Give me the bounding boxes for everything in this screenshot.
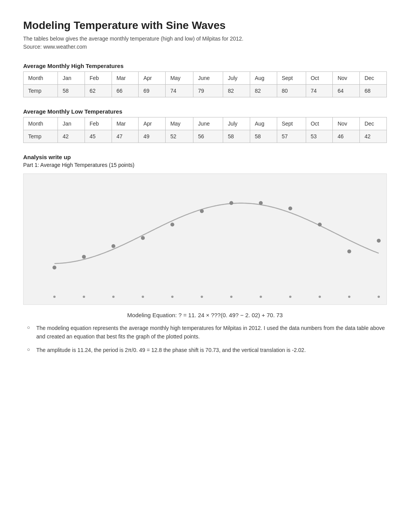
- table-header-cell: Mar: [112, 117, 139, 130]
- table-header-cell: Dec: [360, 117, 387, 130]
- table-header-cell: Sept: [277, 72, 306, 85]
- analysis-part-label: Part 1: Average High Temperatures (15 po…: [23, 162, 387, 168]
- chart-area: [23, 173, 387, 305]
- low-temps-title: Average Monthly Low Temperatures: [23, 108, 387, 115]
- analysis-title: Analysis write up: [23, 154, 387, 160]
- table-header-cell: Apr: [139, 72, 166, 85]
- x-axis-dot: [230, 296, 232, 298]
- table-cell: 58: [250, 130, 277, 143]
- table-header-cell: May: [166, 72, 193, 85]
- chart-data-point: [112, 244, 115, 248]
- x-axis-dot: [53, 296, 56, 298]
- table-header-cell: July: [223, 117, 250, 130]
- table-cell: 49: [139, 130, 166, 143]
- table-header-cell: Month: [24, 72, 58, 85]
- table-cell: 56: [193, 130, 223, 143]
- table-header-cell: Sept: [277, 117, 306, 130]
- table-cell: 62: [85, 85, 112, 97]
- table-header-cell: Jan: [58, 117, 85, 130]
- chart-data-point: [259, 201, 263, 205]
- table-cell: 74: [306, 85, 333, 97]
- x-axis-dot: [289, 296, 291, 298]
- table-cell: 79: [193, 85, 223, 97]
- table-cell: 58: [58, 85, 85, 97]
- x-axis-dot: [378, 296, 380, 298]
- low-temps-table: MonthJanFebMarAprMayJuneJulyAugSeptOctNo…: [23, 117, 387, 143]
- modeling-equation: Modeling Equation: ? = 11. 24 × ???(0. 4…: [23, 312, 387, 318]
- x-axis-dot: [142, 296, 144, 298]
- table-header-cell: Aug: [250, 117, 277, 130]
- table-row-label: Temp: [24, 130, 58, 143]
- table-cell: 53: [306, 130, 333, 143]
- chart-data-point: [318, 223, 322, 226]
- x-axis-dot: [112, 296, 115, 298]
- table-cell: 82: [223, 85, 250, 97]
- table-header-cell: June: [193, 72, 223, 85]
- table-cell: 45: [85, 130, 112, 143]
- table-cell: 68: [360, 85, 387, 97]
- table-cell: 66: [112, 85, 139, 97]
- chart-data-point: [288, 207, 292, 211]
- x-axis-dot: [348, 296, 351, 298]
- table-cell: 58: [223, 130, 250, 143]
- table-cell: 42: [360, 130, 387, 143]
- chart-data-point: [170, 223, 174, 226]
- table-cell: 46: [333, 130, 360, 143]
- chart-data-point: [347, 250, 351, 253]
- page-title: Modeling Temperature with Sine Waves: [23, 19, 387, 32]
- high-temps-title: Average Monthly High Temperatures: [23, 63, 387, 69]
- table-cell: 82: [250, 85, 277, 97]
- bullet-list: The modeling equation represents the ave…: [23, 324, 387, 354]
- table-header-cell: July: [223, 72, 250, 85]
- x-axis-dot: [83, 296, 85, 298]
- table-header-cell: Nov: [333, 72, 360, 85]
- chart-data-point: [377, 239, 381, 243]
- chart-data-point: [82, 255, 86, 259]
- svg-rect-0: [24, 174, 386, 304]
- table-header-cell: Feb: [85, 117, 112, 130]
- table-cell: 69: [139, 85, 166, 97]
- table-header-cell: Mar: [112, 72, 139, 85]
- table-header-cell: Apr: [139, 117, 166, 130]
- table-header-cell: June: [193, 117, 223, 130]
- table-header-cell: Feb: [85, 72, 112, 85]
- table-row-label: Temp: [24, 85, 58, 97]
- low-temps-section: Average Monthly Low Temperatures MonthJa…: [23, 108, 387, 143]
- table-cell: 57: [277, 130, 306, 143]
- subtitle-line1: The tables below gives the average month…: [23, 36, 243, 42]
- chart-data-point: [229, 201, 233, 205]
- high-temps-section: Average Monthly High Temperatures MonthJ…: [23, 63, 387, 97]
- table-header-cell: Aug: [250, 72, 277, 85]
- subtitle: The tables below gives the average month…: [23, 35, 387, 51]
- high-temps-table: MonthJanFebMarAprMayJuneJulyAugSeptOctNo…: [23, 71, 387, 97]
- table-cell: 74: [166, 85, 193, 97]
- table-header-cell: Month: [24, 117, 58, 130]
- table-cell: 47: [112, 130, 139, 143]
- table-header-cell: Nov: [333, 117, 360, 130]
- bullet-item: The amplitude is 11.24, the period is 2π…: [27, 346, 387, 354]
- table-cell: 42: [58, 130, 85, 143]
- analysis-section: Analysis write up Part 1: Average High T…: [23, 154, 387, 354]
- chart-svg: [24, 174, 386, 304]
- x-axis-dot: [260, 296, 262, 298]
- chart-data-point: [200, 209, 204, 213]
- table-header-cell: Oct: [306, 72, 333, 85]
- x-axis-dot: [319, 296, 321, 298]
- table-cell: 52: [166, 130, 193, 143]
- table-header-cell: Dec: [360, 72, 387, 85]
- table-header-cell: Jan: [58, 72, 85, 85]
- subtitle-line2: Source: www.weather.com: [23, 44, 87, 50]
- table-cell: 80: [277, 85, 306, 97]
- x-axis-dot: [201, 296, 203, 298]
- x-axis-dot: [171, 296, 173, 298]
- table-cell: 64: [333, 85, 360, 97]
- chart-data-point: [53, 266, 56, 270]
- chart-data-point: [141, 236, 145, 240]
- table-header-cell: Oct: [306, 117, 333, 130]
- table-header-cell: May: [166, 117, 193, 130]
- bullet-item: The modeling equation represents the ave…: [27, 324, 387, 341]
